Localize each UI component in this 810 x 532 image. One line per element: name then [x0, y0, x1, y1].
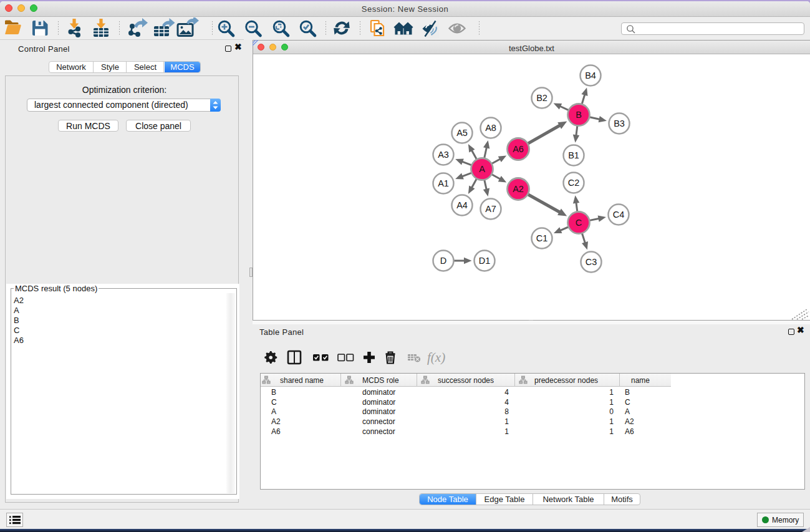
svg-text:C2: C2: [568, 178, 580, 188]
svg-text:B3: B3: [614, 118, 625, 128]
svg-text:shared name: shared name: [280, 376, 324, 385]
svg-text:A1: A1: [438, 178, 449, 188]
svg-text:C3: C3: [586, 257, 597, 267]
svg-text:C4: C4: [613, 210, 625, 220]
svg-text:name: name: [631, 376, 650, 385]
svg-text:A4: A4: [456, 200, 468, 210]
svg-text:C1: C1: [536, 233, 548, 243]
svg-text:A: A: [479, 164, 485, 174]
svg-text:D1: D1: [479, 256, 491, 266]
svg-text:A8: A8: [485, 123, 496, 133]
svg-text:B2: B2: [536, 93, 547, 103]
svg-text:A5: A5: [456, 128, 468, 138]
svg-text:B: B: [576, 110, 582, 120]
svg-text:A7: A7: [485, 204, 496, 214]
svg-text:f(x): f(x): [427, 350, 445, 365]
svg-text:MCDS role: MCDS role: [362, 376, 399, 385]
svg-text:B1: B1: [568, 150, 579, 160]
svg-text:A2: A2: [513, 184, 524, 194]
svg-text:predecessor nodes: predecessor nodes: [534, 376, 598, 385]
svg-text:D: D: [440, 256, 446, 266]
svg-text:B4: B4: [585, 70, 596, 80]
svg-text:A3: A3: [438, 150, 449, 160]
svg-text:A6: A6: [513, 144, 524, 154]
svg-text:successor nodes: successor nodes: [438, 376, 494, 385]
svg-text:C: C: [576, 218, 582, 228]
